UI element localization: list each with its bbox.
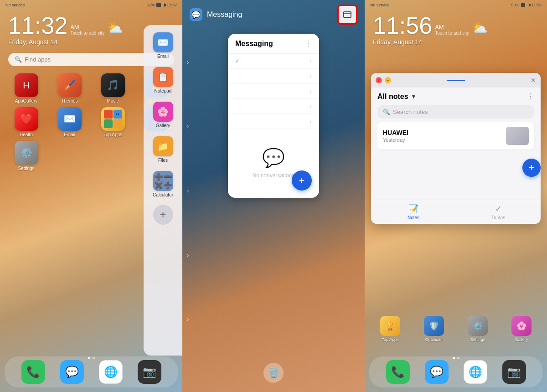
drawer-add-icon: + xyxy=(160,208,166,221)
battery-icon-1 xyxy=(156,3,165,7)
clock-date-3: Friday, August 14 xyxy=(373,37,539,46)
p3-optimizer[interactable]: 🛡️ Optimizer xyxy=(424,316,444,342)
popup-search-placeholder: Search notes xyxy=(393,108,428,115)
status-right-3: 50% 11:56 xyxy=(511,3,542,7)
clock-city-1: Touch to add city xyxy=(70,31,104,36)
drawer-label-notepad: Notepad xyxy=(155,88,172,93)
popup-add-button[interactable]: + xyxy=(522,159,541,177)
p3-label-settings: Settings xyxy=(470,337,485,342)
clock-time-1: 11:32 xyxy=(8,14,67,37)
drawer-label-files: Files xyxy=(158,158,168,163)
dock-phone-3[interactable]: 📞 xyxy=(386,360,410,384)
status-bar-1: No service 51% 11:32 xyxy=(0,0,182,10)
phone-panel-2: 💬 Messaging › › › › › Messaging ⋮ ✓ › xyxy=(182,0,365,392)
task-card-title: Messaging xyxy=(235,40,304,48)
drawer-item-files[interactable]: 📁 Files xyxy=(144,134,182,165)
check-icon-1: ✓ xyxy=(235,58,240,64)
status-bar-3: No service 50% 11:56 xyxy=(365,0,547,10)
task-card-header: Messaging ⋮ xyxy=(228,34,319,54)
popup-dropdown-icon[interactable]: ▼ xyxy=(411,93,417,100)
clock-ampm-city-1: AM Touch to add city xyxy=(70,24,104,36)
p3-topapps[interactable]: 🏆 Top Apps xyxy=(380,316,400,342)
task-card-more-icon[interactable]: ⋮ xyxy=(304,39,312,48)
messaging-app-icon: 💬 xyxy=(190,8,202,21)
clock-area-3: 11:56 AM Touch to add city ⛅ Friday, Aug… xyxy=(365,10,547,48)
p3-gallery[interactable]: 🌸 Gallery xyxy=(511,316,532,342)
clock-ampm-city-3: AM Touch to add city xyxy=(435,24,469,36)
weather-icon-3: ⛅ xyxy=(472,21,488,36)
popup-header: All notes ▼ ⋮ xyxy=(371,88,541,103)
note-thumbnail xyxy=(506,127,529,145)
popup-search-bar[interactable]: 🔍 Search notes xyxy=(377,105,534,119)
search-placeholder-1: Find apps xyxy=(25,56,51,63)
drawer-label-gallery: Gallery xyxy=(156,123,170,128)
drawer-add-button[interactable]: + xyxy=(153,205,173,225)
app-item-email[interactable]: ✉️ Email xyxy=(50,107,89,137)
svg-rect-0 xyxy=(344,12,351,17)
popup-titlebar: ✕ − ✕ xyxy=(371,73,541,88)
note-item-huawei[interactable]: HUAWEI Yesterday xyxy=(377,122,534,150)
dock-messages[interactable]: 💬 xyxy=(60,360,84,384)
battery-icon-3 xyxy=(521,3,529,7)
popup-more-icon[interactable]: ⋮ xyxy=(527,92,534,101)
drawer-icon-notepad: 📋 xyxy=(153,67,173,87)
drawer-item-notepad[interactable]: 📋 Notepad xyxy=(144,64,182,96)
app-item-health[interactable]: ❤️ Health xyxy=(6,107,46,137)
popup-spacer: + xyxy=(371,154,541,177)
dock-camera-3[interactable]: 📷 xyxy=(502,360,526,384)
task-card-messaging: Messaging ⋮ ✓ › › › › › 💬 No conversatio… xyxy=(228,34,319,198)
trash-button[interactable]: 🗑️ xyxy=(263,363,284,383)
weather-icon-1: ⛅ xyxy=(107,21,123,36)
dock-phone[interactable]: 📞 xyxy=(21,360,45,384)
app-item-music[interactable]: 🎵 Music xyxy=(93,73,133,103)
dock-1: 📞 💬 🌐 📷 xyxy=(5,356,178,387)
p3-app-row: 🏆 Top Apps 🛡️ Optimizer ⚙️ Settings 🌸 Ga… xyxy=(365,316,547,342)
app-label-health: Health xyxy=(20,132,33,137)
task-row-4: › xyxy=(228,99,319,114)
popup-tab-todos[interactable]: ✓ To-dos xyxy=(456,200,541,224)
clock-ampm-3: AM xyxy=(435,24,469,31)
dock-messages-3[interactable]: 💬 xyxy=(425,360,449,384)
fab-icon: + xyxy=(299,175,305,186)
search-icon-1: 🔍 xyxy=(15,56,22,63)
dock-browser[interactable]: 🌐 xyxy=(99,360,123,384)
dock-browser-3[interactable]: 🌐 xyxy=(464,360,487,384)
p3-icon-optimizer: 🛡️ xyxy=(424,316,444,336)
app-icon-settings: ⚙️ xyxy=(15,141,38,165)
popup-close-btn[interactable]: ✕ xyxy=(376,77,382,83)
popup-all-notes-title: All notes xyxy=(377,93,408,101)
popup-search-icon: 🔍 xyxy=(383,108,390,115)
p3-settings[interactable]: ⚙️ Settings xyxy=(468,316,488,342)
app-item-topapps[interactable]: H Top Apps xyxy=(93,107,133,137)
sidebar-drawer: ✉️ Email 📋 Notepad 🌸 Gallery 📁 Files ➕➖✖… xyxy=(144,25,182,356)
drawer-item-email[interactable]: ✉️ Email xyxy=(144,30,182,62)
popup-tab-notes[interactable]: 📝 Notes xyxy=(371,200,456,224)
windowed-button[interactable] xyxy=(337,5,357,25)
app-item-settings[interactable]: ⚙️ Settings xyxy=(6,141,46,171)
task-card-items: ✓ › › › › › xyxy=(228,54,319,129)
status-right-1: 51% 11:32 xyxy=(146,3,177,7)
app-item-themes[interactable]: 🖌️ Themes xyxy=(50,73,89,103)
no-conv-text: No conversations xyxy=(253,172,295,179)
drawer-item-calculator[interactable]: ➕➖✖️➗ Calculator xyxy=(144,168,182,200)
p3-label-topapps: Top Apps xyxy=(382,337,398,342)
popup-min-btn[interactable]: − xyxy=(385,77,391,83)
task-row-1: ✓ › xyxy=(228,54,319,69)
no-conv-icon: 💬 xyxy=(262,147,285,169)
popup-x-button[interactable]: ✕ xyxy=(531,77,536,84)
drawer-icon-files: 📁 xyxy=(153,136,173,156)
dock-camera[interactable]: 📷 xyxy=(138,360,161,384)
drawer-item-gallery[interactable]: 🌸 Gallery xyxy=(144,99,182,131)
todos-tab-icon: ✓ xyxy=(495,204,502,214)
app-icon-health: ❤️ xyxy=(15,107,38,131)
fab-compose[interactable]: + xyxy=(292,170,312,191)
app-label-themes: Themes xyxy=(61,98,77,103)
app-label-settings: Settings xyxy=(18,166,34,171)
app-icon-themes: 🖌️ xyxy=(58,73,82,97)
app-item-appgallery[interactable]: H AppGallery xyxy=(6,73,46,103)
arrow-2: › xyxy=(182,121,193,132)
arrow-row-1: › xyxy=(310,57,312,65)
todos-tab-label: To-dos xyxy=(491,215,505,220)
p3-label-gallery: Gallery xyxy=(515,337,528,342)
multitask-app-name: Messaging xyxy=(207,10,333,19)
